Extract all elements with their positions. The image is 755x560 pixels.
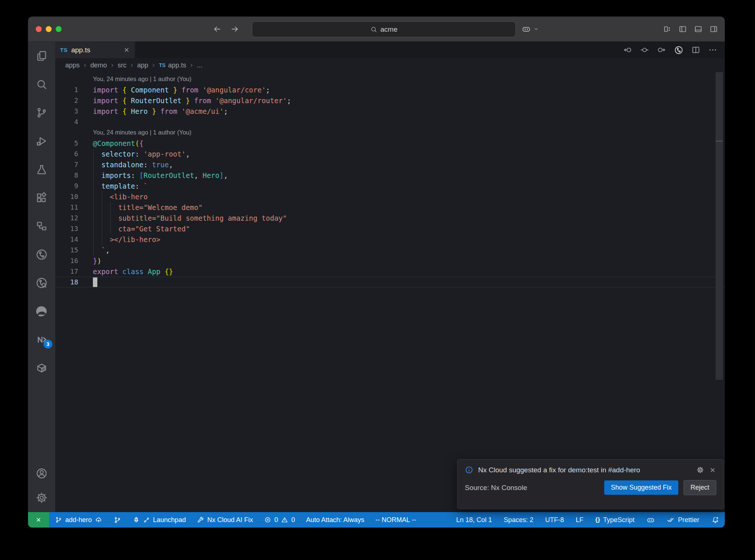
- traffic-light-close[interactable]: [36, 26, 42, 32]
- settings-gear-icon[interactable]: [28, 486, 55, 510]
- code-line[interactable]: 9 template: `: [55, 181, 725, 191]
- more-actions-icon[interactable]: [708, 45, 717, 55]
- line-content[interactable]: export class App {}: [78, 267, 173, 276]
- gitlens-forward-icon[interactable]: [657, 45, 666, 55]
- notification-settings-icon[interactable]: [696, 466, 704, 474]
- breadcrumb-tail[interactable]: ...: [197, 62, 202, 69]
- gitlens-inspect-icon[interactable]: [28, 269, 55, 297]
- split-editor-icon[interactable]: [691, 45, 700, 55]
- search-view-icon[interactable]: [28, 70, 55, 98]
- code-line[interactable]: 14 ></lib-hero>: [55, 234, 725, 245]
- code-line[interactable]: 6 selector: 'app-root',: [55, 148, 725, 159]
- line-content[interactable]: imports: [RouterOutlet, Hero],: [78, 171, 228, 179]
- toggle-sidebar-icon[interactable]: [678, 25, 687, 34]
- code-line[interactable]: 1import { Component } from '@angular/cor…: [55, 84, 725, 95]
- language-status[interactable]: {} TypeScript: [595, 516, 634, 524]
- line-content[interactable]: import { Hero } from '@acme/ui';: [78, 107, 228, 115]
- gitlens-icon[interactable]: [28, 240, 55, 269]
- code-line[interactable]: 17export class App {}: [55, 266, 725, 277]
- line-content[interactable]: [78, 277, 97, 287]
- run-debug-icon[interactable]: [28, 127, 55, 155]
- branch-status[interactable]: add-hero: [55, 516, 102, 524]
- traffic-light-minimize[interactable]: [46, 26, 52, 32]
- codelens-line[interactable]: You, 24 minutes ago | 1 author (You): [55, 127, 725, 138]
- show-suggested-fix-button[interactable]: Show Suggested Fix: [604, 480, 678, 495]
- back-icon[interactable]: [212, 24, 222, 34]
- code-line[interactable]: 8 imports: [RouterOutlet, Hero],: [55, 170, 725, 181]
- breadcrumb-item[interactable]: src: [118, 62, 126, 69]
- line-content[interactable]: selector: 'app-root',: [78, 150, 190, 158]
- breadcrumb-item[interactable]: demo: [90, 62, 107, 69]
- breadcrumb-file[interactable]: app.ts: [168, 62, 186, 69]
- edge-swirl-icon[interactable]: [28, 297, 55, 325]
- code-line[interactable]: 15 `,: [55, 245, 725, 255]
- breadcrumb[interactable]: apps demo src app TS app.ts ...: [55, 58, 725, 72]
- vim-mode-status[interactable]: -- NORMAL --: [375, 516, 416, 524]
- codelens-text[interactable]: You, 24 minutes ago | 1 author (You): [55, 76, 191, 83]
- tab-app-ts[interactable]: TS app.ts: [55, 42, 135, 58]
- explorer-icon[interactable]: [28, 42, 55, 70]
- line-content[interactable]: subtitle="Build something amazing today": [78, 214, 287, 222]
- commit-graph-status-icon[interactable]: [114, 516, 121, 524]
- launchpad-status[interactable]: Launchpad: [132, 516, 186, 524]
- code-line[interactable]: 4: [55, 116, 725, 127]
- code-line[interactable]: 2import { RouterOutlet } from '@angular/…: [55, 95, 725, 106]
- extensions-icon[interactable]: [28, 183, 55, 212]
- problems-status[interactable]: 0 0: [264, 516, 295, 524]
- codelens-text[interactable]: You, 24 minutes ago | 1 author (You): [55, 129, 191, 136]
- line-content[interactable]: <lib-hero: [78, 193, 148, 201]
- code-line[interactable]: 18: [55, 277, 725, 287]
- code-line[interactable]: 5@Component({: [55, 138, 725, 148]
- notification-close-icon[interactable]: [709, 466, 716, 474]
- code-line[interactable]: 3import { Hero } from '@acme/ui';: [55, 106, 725, 116]
- line-content[interactable]: `,: [78, 246, 110, 254]
- source-control-icon[interactable]: [28, 98, 55, 127]
- customize-layout-icon[interactable]: [663, 25, 672, 34]
- line-content[interactable]: ></lib-hero>: [78, 235, 160, 244]
- command-center-search[interactable]: acme: [252, 21, 516, 37]
- nx-cloud-fix-status[interactable]: Nx Cloud AI Fix: [197, 516, 253, 524]
- encoding-status[interactable]: UTF-8: [545, 516, 564, 524]
- line-content[interactable]: cta="Get Started": [78, 225, 190, 233]
- line-content[interactable]: template: `: [78, 182, 148, 190]
- project-structure-icon[interactable]: [28, 212, 55, 240]
- indentation-status[interactable]: Spaces: 2: [504, 516, 533, 524]
- line-content[interactable]: import { RouterOutlet } from '@angular/r…: [78, 97, 291, 105]
- codelens-line[interactable]: You, 24 minutes ago | 1 author (You): [55, 74, 725, 84]
- container-icon[interactable]: [28, 354, 55, 382]
- nx-console-icon[interactable]: 3: [28, 325, 55, 354]
- line-content[interactable]: title="Welcmoe demo": [78, 203, 202, 211]
- code-line[interactable]: 16}): [55, 255, 725, 266]
- eol-status[interactable]: LF: [576, 516, 584, 524]
- code-line[interactable]: 12 subtitle="Build something amazing tod…: [55, 213, 725, 223]
- auto-attach-status[interactable]: Auto Attach: Always: [306, 516, 364, 524]
- chevron-down-icon[interactable]: [533, 26, 539, 32]
- breadcrumb-item[interactable]: app: [137, 62, 148, 69]
- forward-icon[interactable]: [230, 24, 240, 34]
- tab-close-icon[interactable]: [123, 46, 130, 53]
- gitlens-current-icon[interactable]: [640, 45, 649, 55]
- toggle-panel-icon[interactable]: [694, 25, 703, 34]
- formatter-status[interactable]: Prettier: [667, 516, 699, 524]
- testing-icon[interactable]: [28, 155, 55, 183]
- code-line[interactable]: 7 standalone: true,: [55, 159, 725, 170]
- traffic-light-zoom[interactable]: [56, 26, 62, 32]
- code-line[interactable]: 10 <lib-hero: [55, 191, 725, 202]
- remote-indicator[interactable]: [28, 512, 49, 528]
- code-line[interactable]: 13 cta="Get Started": [55, 223, 725, 234]
- breadcrumb-item[interactable]: apps: [65, 62, 80, 69]
- copilot-icon[interactable]: [521, 24, 531, 34]
- account-icon[interactable]: [28, 461, 55, 486]
- cursor-position-status[interactable]: Ln 18, Col 1: [456, 516, 492, 524]
- code-line[interactable]: 11 title="Welcmoe demo": [55, 202, 725, 213]
- line-content[interactable]: @Component({: [78, 139, 143, 147]
- toggle-secondary-sidebar-icon[interactable]: [709, 25, 718, 34]
- editor[interactable]: You, 24 minutes ago | 1 author (You)1imp…: [55, 72, 725, 512]
- line-content[interactable]: standalone: true,: [78, 161, 173, 169]
- reject-button[interactable]: Reject: [683, 480, 716, 495]
- gitlens-back-icon[interactable]: [623, 45, 632, 55]
- copilot-status-icon[interactable]: [646, 515, 655, 524]
- editor-scrollbar[interactable]: [716, 72, 723, 380]
- commit-graph-icon[interactable]: [674, 45, 683, 55]
- line-content[interactable]: }): [78, 257, 101, 265]
